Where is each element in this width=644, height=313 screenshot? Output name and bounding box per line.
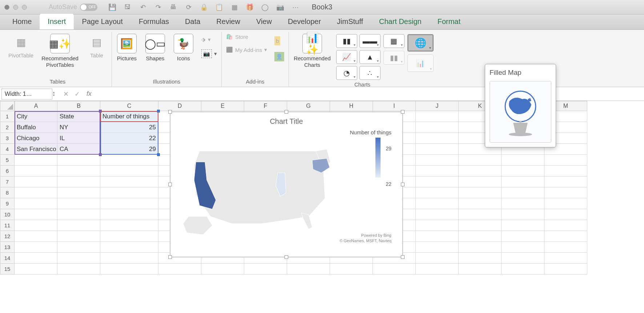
pivottable-button[interactable]: ▦ PivotTable bbox=[6, 32, 36, 61]
combo-chart-button[interactable]: 📊 bbox=[407, 54, 434, 72]
save-alt-icon[interactable]: 🖫 bbox=[124, 3, 132, 11]
cell[interactable] bbox=[502, 166, 544, 176]
cell[interactable] bbox=[416, 144, 459, 155]
save-icon[interactable]: 💾 bbox=[108, 3, 116, 11]
formula-input[interactable] bbox=[92, 89, 644, 99]
chart-resize-handle[interactable] bbox=[401, 255, 404, 259]
column-header[interactable]: C bbox=[100, 101, 158, 111]
cell[interactable] bbox=[544, 231, 587, 242]
column-header[interactable]: I bbox=[373, 101, 416, 111]
cell[interactable] bbox=[459, 242, 502, 253]
cell[interactable] bbox=[502, 155, 544, 166]
cell[interactable] bbox=[57, 242, 100, 253]
cancel-formula-icon[interactable]: ✕ bbox=[63, 90, 69, 98]
enter-formula-icon[interactable]: ✓ bbox=[75, 90, 80, 98]
recommended-charts-button[interactable]: 📊✨ Recommended Charts bbox=[291, 32, 333, 70]
chart-resize-handle[interactable] bbox=[285, 255, 288, 259]
cell[interactable] bbox=[416, 253, 459, 264]
cell[interactable] bbox=[502, 198, 544, 209]
cell[interactable] bbox=[15, 198, 57, 209]
cell[interactable] bbox=[416, 133, 459, 144]
row-header[interactable]: 5 bbox=[0, 155, 15, 166]
chart-resize-handle[interactable] bbox=[168, 255, 172, 259]
tab-view[interactable]: View bbox=[248, 14, 280, 29]
lock-icon[interactable]: 🔒 bbox=[200, 3, 208, 11]
cell[interactable] bbox=[100, 176, 158, 187]
range-handle[interactable] bbox=[99, 153, 102, 156]
row-header[interactable]: 14 bbox=[0, 253, 15, 264]
cell[interactable]: Number of things bbox=[100, 111, 158, 122]
cell[interactable] bbox=[244, 264, 287, 275]
us-map[interactable] bbox=[178, 133, 338, 238]
cell[interactable] bbox=[416, 231, 459, 242]
column-header[interactable]: G bbox=[287, 101, 330, 111]
row-header[interactable]: 13 bbox=[0, 242, 15, 253]
cell[interactable] bbox=[57, 155, 100, 166]
column-header[interactable]: F bbox=[244, 101, 287, 111]
tab-review[interactable]: Review bbox=[208, 14, 248, 29]
smartart-button[interactable]: ⬗▾ bbox=[199, 35, 219, 44]
gift-icon[interactable]: 🎁 bbox=[246, 3, 254, 11]
clipboard-icon[interactable]: 📋 bbox=[215, 3, 223, 11]
cell[interactable] bbox=[158, 264, 201, 275]
cell[interactable] bbox=[100, 198, 158, 209]
chart-resize-handle[interactable] bbox=[285, 110, 288, 114]
row-header[interactable]: 10 bbox=[0, 209, 15, 220]
cell[interactable] bbox=[416, 242, 459, 253]
cell[interactable] bbox=[459, 187, 502, 198]
cell[interactable] bbox=[416, 220, 459, 231]
column-header[interactable]: J bbox=[416, 101, 459, 111]
cell[interactable] bbox=[100, 242, 158, 253]
cell[interactable] bbox=[416, 264, 459, 275]
line-chart-button[interactable]: 📈 bbox=[336, 50, 357, 64]
column-chart-button[interactable]: ▮▮ bbox=[336, 34, 357, 48]
row-header[interactable]: 8 bbox=[0, 187, 15, 198]
name-box[interactable]: Width: 1… bbox=[1, 89, 52, 99]
cell[interactable] bbox=[416, 198, 459, 209]
cell[interactable] bbox=[15, 264, 57, 275]
cell[interactable] bbox=[57, 176, 100, 187]
cell[interactable] bbox=[544, 242, 587, 253]
row-header[interactable]: 6 bbox=[0, 166, 15, 176]
tab-format[interactable]: Format bbox=[430, 14, 468, 29]
window-controls[interactable] bbox=[4, 5, 27, 10]
autosave-toggle[interactable]: OFF bbox=[80, 4, 97, 11]
map-chart-button[interactable]: 🌐 bbox=[407, 34, 434, 52]
cell[interactable] bbox=[544, 155, 587, 166]
spinner-down-icon[interactable]: ▼ bbox=[52, 94, 55, 97]
row-header[interactable]: 7 bbox=[0, 176, 15, 187]
shapes-button[interactable]: ◯▭ Shapes bbox=[142, 32, 168, 64]
print-icon[interactable]: 🖶 bbox=[169, 3, 177, 11]
cell[interactable]: 22 bbox=[100, 133, 158, 144]
column-header[interactable]: H bbox=[330, 101, 373, 111]
cell[interactable] bbox=[502, 176, 544, 187]
tab-chart-design[interactable]: Chart Design bbox=[371, 14, 430, 29]
close-window-icon[interactable] bbox=[4, 5, 9, 10]
tab-home[interactable]: Home bbox=[4, 14, 40, 29]
cell[interactable] bbox=[100, 264, 158, 275]
cell[interactable]: San Francisco bbox=[15, 144, 57, 155]
people-graph-addin[interactable]: 👤 bbox=[272, 50, 286, 63]
cell[interactable] bbox=[544, 187, 587, 198]
cell[interactable] bbox=[100, 155, 158, 166]
range-handle[interactable] bbox=[157, 110, 160, 113]
cell[interactable] bbox=[57, 264, 100, 275]
refresh-icon[interactable]: ⟳ bbox=[185, 3, 193, 11]
cell[interactable] bbox=[287, 264, 330, 275]
area-chart-button[interactable]: ▲ bbox=[359, 50, 381, 64]
zoom-window-icon[interactable] bbox=[22, 5, 27, 10]
cell[interactable]: CA bbox=[57, 144, 100, 155]
cell[interactable] bbox=[502, 187, 544, 198]
cell[interactable] bbox=[502, 253, 544, 264]
cell[interactable] bbox=[15, 187, 57, 198]
cell[interactable] bbox=[459, 198, 502, 209]
name-box-spinner[interactable]: ▲▼ bbox=[52, 91, 55, 97]
cell[interactable] bbox=[459, 220, 502, 231]
tab-insert[interactable]: Insert bbox=[40, 14, 74, 29]
screenshot-button[interactable]: 📷▾ bbox=[199, 48, 219, 60]
pictures-button[interactable]: 🖼️ Pictures bbox=[114, 32, 140, 64]
cell[interactable] bbox=[15, 220, 57, 231]
cell[interactable] bbox=[459, 166, 502, 176]
row-header[interactable]: 4 bbox=[0, 144, 15, 155]
cell[interactable] bbox=[100, 253, 158, 264]
